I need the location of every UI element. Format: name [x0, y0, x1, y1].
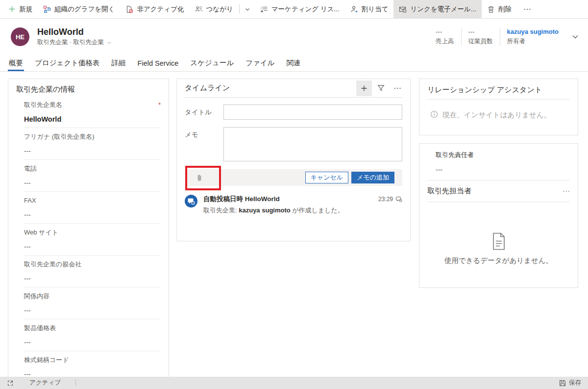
deactivate-icon	[125, 5, 133, 13]
deactivate-button[interactable]: 非アクティブ化	[120, 0, 189, 18]
tab-schedule[interactable]: スケジュール	[184, 55, 240, 71]
field-value[interactable]: ---	[24, 370, 161, 377]
field-label: 取引先企業の親会社	[24, 260, 81, 268]
timeline-more-button[interactable]: ⋯	[390, 80, 405, 96]
form-selector[interactable]: 取引先企業 · 取引先企業	[37, 38, 112, 47]
marketing-list-button[interactable]: マーケティング リス...	[255, 0, 345, 18]
auto-post-icon	[185, 195, 197, 207]
timeline-panel: タイムライン ⋯ タイトル メモ	[176, 78, 411, 241]
marketing-list-icon	[260, 5, 268, 13]
trash-icon	[487, 5, 495, 13]
note-action-bar: キャンセル メモの追加	[185, 169, 402, 186]
delete-button[interactable]: 削除	[482, 0, 517, 18]
divider	[185, 97, 402, 98]
stat-value: ---	[436, 28, 454, 36]
stat-label: 所有者	[507, 37, 559, 46]
account-info-panel: 取引先企業の情報 取引先企業名 * HelloWorld フリガナ (取引先企業…	[8, 78, 169, 377]
timeline-entry[interactable]: 自動投稿日時 HelloWorld 23:29 取引先企業: kazuya su…	[185, 195, 402, 215]
open-org-chart-button[interactable]: 組織のグラフを開く	[38, 0, 120, 18]
command-label: 割り当て	[362, 5, 389, 14]
chevron-down-icon	[571, 33, 579, 41]
note-body-textarea[interactable]	[223, 127, 402, 161]
field-label: 電話	[24, 165, 37, 173]
note-title-input[interactable]	[223, 104, 402, 120]
email-link-button[interactable]: リンクを電子メール...	[393, 0, 482, 18]
popout-button[interactable]	[7, 380, 14, 387]
entry-body: 取引先企業: kazuya sugimoto が作成しました。	[203, 206, 402, 215]
add-note-button[interactable]: メモの追加	[351, 172, 394, 183]
timeline-filter-button[interactable]	[373, 80, 389, 96]
contacts-more-button[interactable]: ⋯	[563, 187, 570, 196]
assistant-title: リレーションシップ アシスタント	[427, 85, 570, 95]
primary-contact-value[interactable]: ---	[436, 166, 570, 174]
timeline-add-button[interactable]	[356, 80, 372, 96]
entry-author: kazuya sugimoto	[239, 207, 290, 214]
field-value[interactable]: ---	[24, 210, 161, 219]
entry-timestamp: 23:29	[378, 196, 393, 203]
field-value[interactable]: ---	[24, 306, 161, 315]
email-link-icon	[399, 5, 407, 13]
command-label: リンクを電子メール...	[410, 5, 476, 14]
record-header: HE HelloWorld 取引先企業 · 取引先企業 --- 売上高 --- …	[0, 19, 588, 55]
new-button[interactable]: 新規	[3, 0, 38, 18]
form-tabs: 概要 プロジェクト価格表 詳細 Field Service スケジュール ファイ…	[0, 55, 588, 72]
save-icon	[559, 380, 566, 387]
field-label: 製品価格表	[24, 324, 56, 332]
required-asterisk: *	[158, 101, 161, 109]
note-body-label: メモ	[185, 127, 223, 161]
stat-revenue: --- 売上高	[429, 28, 462, 46]
filter-funnel-icon	[377, 84, 385, 92]
field-parent-account: 取引先企業の親会社 ---	[24, 256, 161, 287]
command-label: 組織のグラフを開く	[54, 5, 115, 14]
field-value[interactable]: ---	[24, 147, 161, 156]
primary-contact-label: 取引先責任者	[436, 151, 570, 159]
divider	[427, 180, 570, 181]
field-value[interactable]: ---	[24, 179, 161, 187]
more-icon: ⋯	[393, 83, 401, 93]
chevron-down-icon	[245, 6, 250, 12]
field-value[interactable]: ---	[24, 338, 161, 347]
tab-field-service[interactable]: Field Service	[132, 55, 185, 71]
tab-related[interactable]: 関連	[280, 55, 306, 71]
assign-button[interactable]: 割り当て	[345, 0, 394, 18]
connections-button[interactable]: つながり	[190, 0, 239, 18]
stat-label: 従業員数	[468, 37, 493, 46]
toolbar-overflow-button[interactable]: ⋯	[517, 0, 538, 18]
field-value[interactable]: HelloWorld	[24, 115, 161, 124]
field-value[interactable]: ---	[24, 242, 161, 251]
assign-icon	[350, 5, 358, 13]
tab-details[interactable]: 詳細	[106, 55, 132, 71]
section-title: 取引先企業の情報	[16, 85, 161, 94]
divider	[427, 202, 570, 202]
field-website: Web サイト ---	[24, 224, 161, 256]
stat-label: 売上高	[436, 37, 454, 46]
field-label: Web サイト	[24, 229, 58, 236]
note-title-label: タイトル	[185, 104, 223, 120]
tab-files[interactable]: ファイル	[240, 55, 280, 71]
divider	[427, 99, 570, 100]
paperclip-icon	[196, 174, 203, 182]
field-label: FAX	[24, 197, 36, 205]
stat-employees: --- 従業員数	[462, 28, 500, 46]
owner-link[interactable]: kazuya sugimoto	[507, 28, 559, 36]
info-icon	[430, 110, 438, 118]
stat-value: ---	[468, 28, 493, 36]
page-title: HelloWorld	[37, 27, 112, 37]
field-label: 取引先企業名	[24, 101, 62, 109]
field-yomi-name: フリガナ (取引先企業名) ---	[24, 128, 161, 160]
connections-flyout-button[interactable]	[240, 0, 255, 18]
cancel-button[interactable]: キャンセル	[305, 172, 349, 183]
plus-icon	[8, 5, 16, 13]
record-subtitle: 取引先企業 · 取引先企業	[37, 38, 104, 47]
chevron-down-icon	[107, 40, 112, 45]
tab-overview[interactable]: 概要	[3, 55, 29, 71]
save-button[interactable]: 保存	[559, 379, 581, 387]
status-bar: アクティブ 保存	[0, 377, 588, 389]
document-icon	[491, 233, 506, 250]
field-value[interactable]: ---	[24, 274, 161, 283]
tab-project-price-list[interactable]: プロジェクト価格表	[29, 55, 106, 71]
header-collapse-button[interactable]	[571, 33, 579, 41]
attach-file-button[interactable]	[196, 174, 203, 182]
command-label: 削除	[498, 5, 512, 14]
org-chart-icon	[43, 5, 51, 13]
